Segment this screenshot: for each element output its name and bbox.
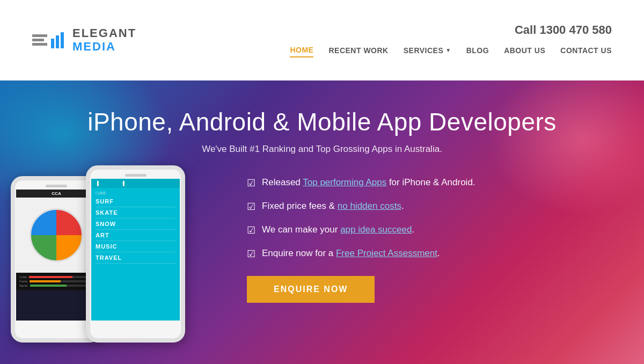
phone-front-screen: ▐ ▐ I LIKE: SURF SKATE SNOW ART MUSIC TR… xyxy=(91,179,180,321)
check-icon-4: ☑ xyxy=(247,248,255,260)
phone-front-shell: ▐ ▐ I LIKE: SURF SKATE SNOW ART MUSIC TR… xyxy=(86,165,185,343)
cca-item-fanta: Fanta xyxy=(19,279,93,283)
cca-item-coke: Coke xyxy=(19,275,93,279)
logo-bars-icon xyxy=(32,34,47,46)
logo-stripes-icon xyxy=(51,32,64,48)
cca-item-label: Fanta xyxy=(19,280,27,283)
feature-link-top-apps[interactable]: Top performing Apps xyxy=(303,177,386,187)
feature-text-4: Enquire now for a Free Project Assessmen… xyxy=(262,247,440,260)
nav-recent-work[interactable]: RECENT WORK xyxy=(328,46,388,57)
list-item-travel: TRAVEL xyxy=(96,252,175,264)
phone-front: ▐ ▐ I LIKE: SURF SKATE SNOW ART MUSIC TR… xyxy=(86,165,185,343)
list-app-items: SURF SKATE SNOW ART MUSIC TRAVEL xyxy=(91,196,180,264)
nav-home[interactable]: HOME xyxy=(290,46,313,57)
feature-item-3: ☑ We can make your app idea succeed. xyxy=(247,223,623,236)
cta-container: ENQUIRE NOW xyxy=(247,271,623,303)
nav-contact-us[interactable]: CONTACT US xyxy=(560,46,612,57)
logo-icon xyxy=(32,32,67,48)
check-icon-3: ☑ xyxy=(247,224,255,236)
cca-drink-list: Coke Fanta xyxy=(16,273,97,290)
list-item-surf: SURF xyxy=(96,196,175,207)
logo-bar-3 xyxy=(32,43,47,46)
phone-speaker-front xyxy=(125,174,147,177)
feature-link-app-idea[interactable]: app idea succeed xyxy=(340,224,412,235)
phones-container: CCA Coke Fanta xyxy=(0,160,236,343)
nav-blog[interactable]: BLOG xyxy=(466,46,489,57)
hero-content-row: CCA Coke Fanta xyxy=(0,160,644,343)
site-header: ELEGANT MEDIA Call 1300 470 580 HOME REC… xyxy=(0,0,644,81)
feature-text-2: Fixed price fees & no hidden costs. xyxy=(262,200,404,213)
list-app-subheader: I LIKE: xyxy=(91,188,180,196)
nav-services[interactable]: SERVICES ▼ xyxy=(404,46,451,57)
cca-bar-coke xyxy=(29,276,72,278)
logo-stripe-2 xyxy=(56,35,59,48)
cca-item-label: Sprite xyxy=(19,284,28,287)
feature-item-2: ☑ Fixed price fees & no hidden costs. xyxy=(247,200,623,213)
cca-wheel xyxy=(30,208,83,262)
cca-wheel-area xyxy=(16,198,97,273)
cca-app-header: CCA xyxy=(16,190,97,198)
enquire-now-button[interactable]: ENQUIRE NOW xyxy=(247,276,375,303)
logo-stripe-1 xyxy=(51,39,54,48)
logo-bar-1 xyxy=(32,34,47,37)
main-nav: HOME RECENT WORK SERVICES ▼ BLOG ABOUT U… xyxy=(290,46,612,57)
nav-services-label: SERVICES xyxy=(404,46,444,55)
feature-link-free-assessment[interactable]: Free Project Assessment xyxy=(336,248,437,258)
list-item-art: ART xyxy=(96,230,175,241)
phone-speaker-back xyxy=(46,185,67,187)
list-item-skate: SKATE xyxy=(96,207,175,219)
nav-about-us[interactable]: ABOUT US xyxy=(504,46,545,57)
logo-bar-2 xyxy=(32,39,44,41)
cca-item-label: Coke xyxy=(19,275,27,279)
cca-bar-sprite xyxy=(30,285,67,287)
list-item-snow: SNOW xyxy=(96,219,175,230)
feature-text-1: Released Top performing Apps for iPhone … xyxy=(262,176,475,189)
services-dropdown-arrow: ▼ xyxy=(445,47,451,53)
hero-title: iPhone, Android & Mobile App Developers xyxy=(87,107,557,136)
check-icon-1: ☑ xyxy=(247,177,255,189)
logo[interactable]: ELEGANT MEDIA xyxy=(32,27,136,53)
feature-text-3: We can make your app idea succeed. xyxy=(262,223,414,236)
cca-bar-container xyxy=(29,276,91,278)
list-app-header: ▐ ▐ xyxy=(91,179,180,188)
logo-text-top: ELEGANT xyxy=(72,27,136,40)
hero-subtitle: We've Built #1 Ranking and Top Grossing … xyxy=(202,144,442,155)
feature-item-1: ☑ Released Top performing Apps for iPhon… xyxy=(247,176,623,189)
check-icon-2: ☑ xyxy=(247,201,255,213)
cca-bar-fanta xyxy=(30,280,60,282)
cca-bar-container xyxy=(30,280,91,282)
feature-link-no-hidden[interactable]: no hidden costs xyxy=(338,201,401,211)
hero-section: iPhone, Android & Mobile App Developers … xyxy=(0,81,644,364)
features-list: ☑ Released Top performing Apps for iPhon… xyxy=(236,160,644,314)
cca-item-sprite: Sprite xyxy=(19,283,93,288)
phone-back-screen: CCA Coke Fanta xyxy=(16,190,97,321)
cca-bar-container xyxy=(30,285,91,287)
header-right: Call 1300 470 580 HOME RECENT WORK SERVI… xyxy=(290,23,612,57)
logo-text-bottom: MEDIA xyxy=(72,40,136,53)
logo-stripe-3 xyxy=(61,32,64,48)
feature-item-4: ☑ Enquire now for a Free Project Assessm… xyxy=(247,247,623,260)
logo-text: ELEGANT MEDIA xyxy=(72,27,136,53)
phone-number: Call 1300 470 580 xyxy=(515,23,612,37)
list-item-music: MUSIC xyxy=(96,241,175,252)
